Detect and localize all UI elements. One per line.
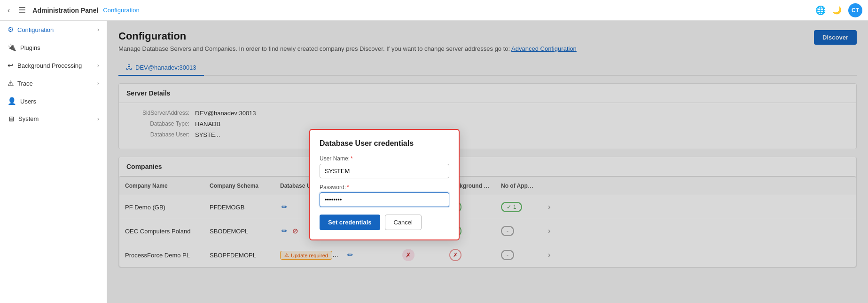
edit-dbuser-icon[interactable]: ✏ [282, 203, 288, 211]
update-required-badge[interactable]: ⚠ Update required [280, 251, 332, 260]
company-schema: SBODEMOPL [204, 226, 274, 237]
sidebar-item-label: Plugins [20, 44, 40, 51]
credentials-modal: Database User credentials User Name:* Pa… [309, 129, 460, 240]
server-details-card: Server Details SldServerAddress: DEV@han… [118, 83, 857, 149]
server-tabs: 🖧 DEV@hanadev:30013 [118, 60, 857, 76]
server-details-header: Server Details [119, 84, 856, 103]
username-input[interactable] [320, 164, 449, 178]
topbar: ‹ ☰ Administration Panel Configuration 🌐… [0, 0, 868, 21]
col-header-appeng: No of AppEngines [495, 181, 542, 191]
chevron-right-icon: › [97, 26, 99, 33]
detail-value-dbtype: HANADB [195, 120, 220, 128]
detail-value-dbuser: SYSTE... [195, 131, 220, 138]
sidebar-item-trace[interactable]: ⚠ Trace › [0, 74, 107, 92]
users-icon: 👤 [8, 97, 16, 105]
active-x-icon: ✗ [402, 249, 414, 261]
warning-icon: ⚠ [284, 252, 289, 258]
sidebar-item-configuration[interactable]: ⚙ Configuration › [0, 21, 107, 39]
detail-row-dbtype: Database Type: HANADB [128, 120, 847, 128]
app-title: Administration Panel [32, 7, 98, 14]
page-title: Configuration [118, 30, 857, 42]
block-dbuser-icon[interactable]: ⊘ [292, 227, 298, 235]
companies-table: Company Name Company Schema Database Use… [119, 176, 856, 267]
discover-button[interactable]: Discover [814, 30, 857, 45]
company-name: ProcessForce Demo PL [119, 250, 204, 261]
sidebar-item-users[interactable]: 👤 Users [0, 92, 107, 110]
table-row: OEC Computers Poland SBODEMOPL ✏ ⊘ manag… [119, 219, 856, 243]
server-icon: 🖧 [126, 64, 133, 71]
chevron-right-icon: › [97, 80, 99, 87]
menu-button[interactable]: ☰ [16, 3, 28, 17]
background-processing-icon: ↩ [8, 61, 14, 70]
sidebar: ⚙ Configuration › 🔌 Plugins ↩ Background… [0, 21, 107, 303]
server-details-body: SldServerAddress: DEV@hanadev:30013 Data… [119, 103, 856, 149]
company-schema: PFDEMOGB [204, 202, 274, 213]
row-arrow[interactable]: › [542, 249, 556, 261]
back-button[interactable]: ‹ [6, 4, 12, 16]
edit-dbuser-icon[interactable]: ✏ [282, 227, 288, 235]
sidebar-item-background-processing[interactable]: ↩ Background Processing › [0, 56, 107, 74]
appengines-badge: ✓ 1 [495, 200, 542, 214]
tab-dev[interactable]: 🖧 DEV@hanadev:30013 [118, 60, 204, 76]
sidebar-item-label: Users [20, 98, 36, 105]
advanced-config-link[interactable]: Advanced Configuration [511, 45, 577, 52]
user-avatar[interactable]: CT [848, 3, 862, 17]
password-input[interactable] [320, 192, 449, 207]
active-status: ✗ [397, 247, 444, 263]
col-header-schema: Company Schema [204, 181, 274, 191]
appeng-dash-label: - [507, 228, 508, 234]
language-icon[interactable]: 🌐 [815, 5, 826, 16]
sap-user: ✏ [340, 249, 397, 261]
chevron-right-icon: › [97, 116, 99, 122]
main-layout: ⚙ Configuration › 🔌 Plugins ↩ Background… [0, 21, 868, 303]
modal-title: Database User credentials [320, 139, 449, 148]
sidebar-item-label: Configuration [17, 26, 54, 33]
cancel-button[interactable]: Cancel [385, 215, 422, 230]
detail-row-dbuser: Database User: SYSTE... [128, 131, 847, 138]
table-header-row: Company Name Company Schema Database Use… [119, 177, 856, 195]
sidebar-item-plugins[interactable]: 🔌 Plugins [0, 39, 107, 56]
company-schema: SBOPFDEMOPL [204, 250, 274, 261]
trace-icon: ⚠ [8, 79, 14, 88]
company-name: PF Demo (GB) [119, 202, 204, 213]
dbuser-actions: ⚠ Update required ✏ [274, 248, 340, 262]
theme-icon[interactable]: 🌙 [832, 6, 842, 15]
bg-processing-status: ✗ [444, 247, 495, 263]
modal-actions: Set credentials Cancel [320, 215, 449, 230]
companies-header: Companies [119, 157, 856, 176]
appengines-badge: - [495, 224, 542, 238]
edit-sapuser-icon[interactable]: ✏ [347, 251, 353, 259]
username-label: User Name:* [320, 155, 449, 162]
sidebar-item-label: System [18, 115, 39, 122]
required-mark: * [347, 184, 349, 191]
table-row: PF Demo (GB) PFDEMOGB ✏ manager ✓ ✓ [119, 195, 856, 219]
detail-label-sld: SldServerAddress: [128, 110, 189, 117]
required-mark: * [351, 155, 353, 162]
col-header-arrow [542, 181, 556, 191]
chevron-right-icon: › [97, 62, 99, 69]
set-credentials-button[interactable]: Set credentials [320, 215, 380, 230]
appeng-count: 1 [513, 204, 516, 210]
check-icon: ✓ [507, 204, 511, 210]
row-arrow[interactable]: › [542, 225, 556, 237]
company-name: OEC Computers Poland [119, 226, 204, 237]
row-arrow[interactable]: › [542, 201, 556, 213]
detail-label-dbuser: Database User: [128, 131, 189, 138]
appengines-badge: - [495, 248, 542, 262]
detail-row-sld: SldServerAddress: DEV@hanadev:30013 [128, 110, 847, 117]
sidebar-item-label: Trace [17, 80, 33, 87]
detail-label-dbtype: Database Type: [128, 120, 189, 128]
configuration-icon: ⚙ [8, 25, 14, 34]
appeng-dash-label: - [507, 252, 508, 258]
col-header-company: Company Name [119, 181, 204, 191]
companies-card: Companies Company Name Company Schema Da… [118, 157, 857, 268]
table-row: ProcessForce Demo PL SBOPFDEMOPL ⚠ Updat… [119, 243, 856, 267]
sidebar-item-system[interactable]: 🖥 System › [0, 110, 107, 128]
content-area: Discover Configuration Manage Database S… [107, 21, 868, 303]
sidebar-item-label: Background Processing [17, 62, 82, 69]
password-label: Password:* [320, 184, 449, 191]
detail-value-sld: DEV@hanadev:30013 [195, 110, 256, 117]
plugins-icon: 🔌 [8, 43, 16, 52]
system-icon: 🖥 [8, 115, 15, 123]
page-description: Manage Database Servers and Companies. I… [118, 45, 857, 52]
